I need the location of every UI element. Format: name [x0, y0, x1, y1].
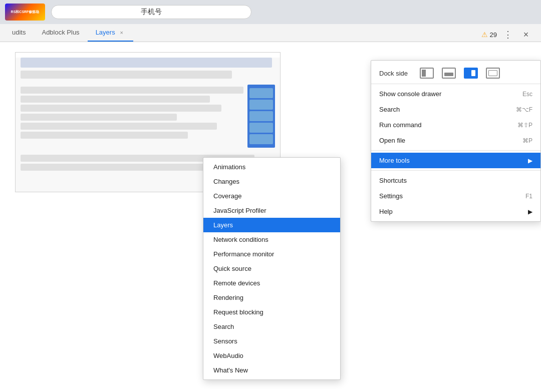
devtools-toolbar-right: ⚠ 29 ⋮ ×: [477, 28, 537, 42]
menu-help[interactable]: Help ▶: [371, 204, 540, 219]
menu-open-file[interactable]: Open file ⌘P: [371, 133, 540, 148]
main-context-menu: Dock side Show console drawer Esc Search…: [371, 60, 541, 222]
address-text: 手机号: [141, 8, 162, 17]
menu-show-console-drawer[interactable]: Show console drawer Esc: [371, 86, 540, 102]
dock-left-button[interactable]: [420, 68, 434, 79]
more-tools-rendering[interactable]: Rendering: [203, 290, 340, 305]
tab-audits[interactable]: udits: [4, 24, 34, 42]
more-tools-webaudio[interactable]: WebAudio: [203, 348, 340, 363]
more-tools-changes[interactable]: Changes: [203, 174, 340, 189]
favicon: RS和CSRF修炼场: [5, 4, 45, 21]
menu-shortcuts[interactable]: Shortcuts: [371, 173, 540, 188]
more-tools-performance-monitor[interactable]: Performance monitor: [203, 247, 340, 261]
more-tools-search[interactable]: Search: [203, 319, 340, 334]
dock-side-section: Dock side: [371, 63, 540, 82]
menu-divider-1: [371, 84, 540, 84]
close-devtools-button[interactable]: ×: [519, 28, 533, 42]
menu-more-tools[interactable]: More tools ▶: [371, 153, 540, 168]
shortcut-search: ⌘⌥F: [516, 106, 532, 113]
menu-search[interactable]: Search ⌘⌥F: [371, 102, 540, 117]
more-tools-remote-devices[interactable]: Remote devices: [203, 276, 340, 290]
browser-top-bar: RS和CSRF修炼场 手机号: [0, 0, 541, 24]
more-tools-animations[interactable]: Animations: [203, 160, 340, 174]
more-tools-quick-source[interactable]: Quick source: [203, 261, 340, 276]
menu-settings[interactable]: Settings F1: [371, 188, 540, 204]
shortcut-esc: Esc: [522, 91, 532, 98]
more-tools-menu: Animations Changes Coverage JavaScript P…: [203, 157, 341, 380]
dock-bottom-button[interactable]: [442, 68, 456, 79]
more-tools-whats-new[interactable]: What's New: [203, 363, 340, 377]
menu-run-command[interactable]: Run command ⌘⇧P: [371, 117, 540, 133]
menu-divider-3: [371, 170, 540, 171]
menu-divider-2: [371, 150, 540, 151]
help-arrow-icon: ▶: [528, 208, 532, 215]
more-options-button[interactable]: ⋮: [501, 28, 515, 42]
warning-icon: ⚠: [481, 31, 488, 39]
tab-close-button[interactable]: ×: [118, 29, 125, 36]
shortcut-open-file: ⌘P: [522, 137, 532, 144]
more-tools-arrow-icon: ▶: [528, 157, 532, 164]
dock-separate-button[interactable]: [486, 68, 500, 79]
shortcut-run-command: ⌘⇧P: [517, 122, 532, 129]
devtools-main-content: Animations Changes Coverage JavaScript P…: [0, 42, 541, 392]
devtools-tabs-bar: udits Adblock Plus Layers × ⚠ 29 ⋮ ×: [0, 24, 541, 42]
more-tools-layers[interactable]: Layers: [203, 218, 340, 232]
tab-layers[interactable]: Layers ×: [88, 24, 133, 42]
address-bar[interactable]: 手机号: [51, 5, 251, 19]
shortcut-settings: F1: [525, 193, 532, 200]
more-tools-request-blocking[interactable]: Request blocking: [203, 305, 340, 319]
more-tools-network-conditions[interactable]: Network conditions: [203, 232, 340, 247]
more-tools-js-profiler[interactable]: JavaScript Profiler: [203, 203, 340, 218]
dock-side-label: Dock side: [379, 70, 408, 77]
more-tools-sensors[interactable]: Sensors: [203, 334, 340, 348]
dock-right-button[interactable]: [464, 68, 478, 79]
tab-adblock[interactable]: Adblock Plus: [34, 24, 87, 42]
warning-badge: ⚠ 29: [481, 31, 497, 39]
more-tools-coverage[interactable]: Coverage: [203, 189, 340, 203]
warning-count: 29: [490, 31, 497, 39]
